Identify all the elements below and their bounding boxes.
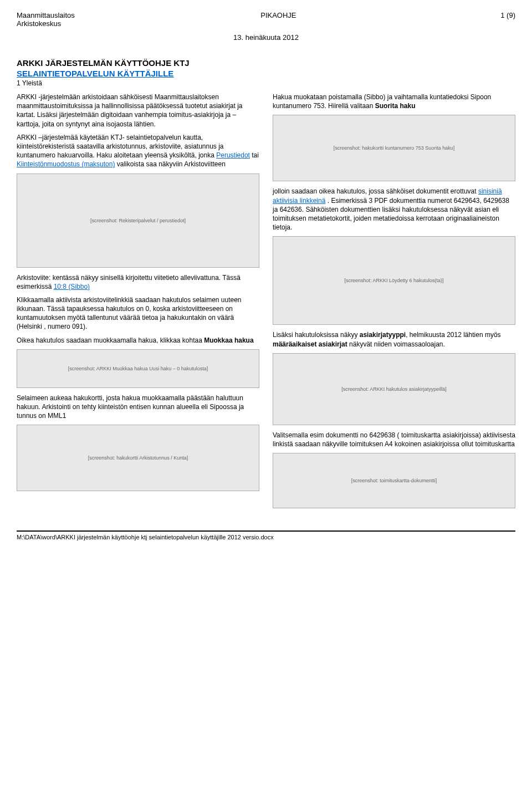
intro-para-2: ARKKI –järjestelmää käytetään KTJ- selai… (17, 133, 259, 169)
page-number: 1 (9) (482, 11, 515, 28)
hakukortti-para: Selaimeen aukeaa hakukortti, josta hakua… (17, 394, 259, 421)
screenshot-rekisteripalvelut: [screenshot: Rekisteripalvelut / perusti… (17, 174, 259, 268)
screenshot-arkki-asiakirjatyyppi: [screenshot: ARKKI hakutulos asiakirjaty… (273, 353, 515, 425)
screenshot-hakukortti-753: [screenshot: hakukortti kuntanumero 753 … (273, 115, 515, 181)
doc-date: 13. heinäkuuta 2012 (17, 33, 515, 42)
right-p1: Hakua muokataan poistamalla (Sibbo) ja v… (273, 93, 515, 110)
subtitle-link[interactable]: SELAINTIETOPALVELUN KÄYTTÄJILLE (17, 69, 515, 78)
link-kiinteistonmuodostus[interactable]: Kiinteistönmuodostus (maksuton) (17, 160, 115, 168)
right-p2: jolloin saadaan oikea hakutulos, jossa s… (273, 187, 515, 232)
org-unit: Arkistokeskus (17, 19, 75, 28)
right-p3: Lisäksi hakutuloksissa näkyy asiakirjaty… (273, 330, 515, 348)
section-heading: 1 Yleistä (17, 79, 515, 87)
org-name: Maanmittauslaitos (17, 11, 75, 19)
right-p4: Valitsemalla esim dokumentti no 6429638 … (273, 431, 515, 448)
left-column: ARKKI -järjestelmään arkistoidaan sähköi… (17, 93, 259, 514)
right-column: Hakua muokataan poistamalla (Sibbo) ja v… (273, 93, 515, 514)
muokkaa-hakua-para: Oikea hakutulos saadaan muokkaamalla hak… (17, 336, 259, 345)
click-result-para: Klikkaamalla aktiivista arkistoviitelink… (17, 295, 259, 331)
link-perustiedot[interactable]: Perustiedot (216, 151, 250, 159)
screenshot-arkki-zero-results: [screenshot: ARKKI Muokkaa hakua Uusi ha… (17, 349, 259, 388)
bold-muokkaa-hakua: Muokkaa hakua (204, 336, 253, 344)
intro-para-1: ARKKI -järjestelmään arkistoidaan sähköi… (17, 93, 259, 129)
page-footer: M:\DATA\word\ARKKI järjestelmän käyttöoh… (17, 530, 515, 540)
screenshot-hakukortti: [screenshot: hakukortti Arkistotunnus / … (17, 425, 259, 491)
doc-type: PIKAOHJE (75, 11, 482, 28)
page-header: Maanmittauslaitos Arkistokeskus PIKAOHJE… (17, 11, 515, 28)
page-title: ARKKI JÄRJESTELMÄN KÄYTTÖOHJE KTJ (17, 58, 515, 68)
arkistoviite-para: Arkistoviite: kentässä näkyy sinisellä k… (17, 273, 259, 291)
screenshot-arkki-6-results: [screenshot: ARKKI Löydetty 6 hakutulos(… (273, 236, 515, 325)
footer-path: M:\DATA\word\ARKKI järjestelmän käyttöoh… (17, 534, 274, 540)
link-sibbo[interactable]: 10:8 (Sibbo) (54, 283, 90, 290)
screenshot-toimituskartta: [screenshot: toimituskartta-dokumentti] (273, 453, 515, 508)
bold-suorita-haku: Suorita haku (375, 102, 416, 110)
